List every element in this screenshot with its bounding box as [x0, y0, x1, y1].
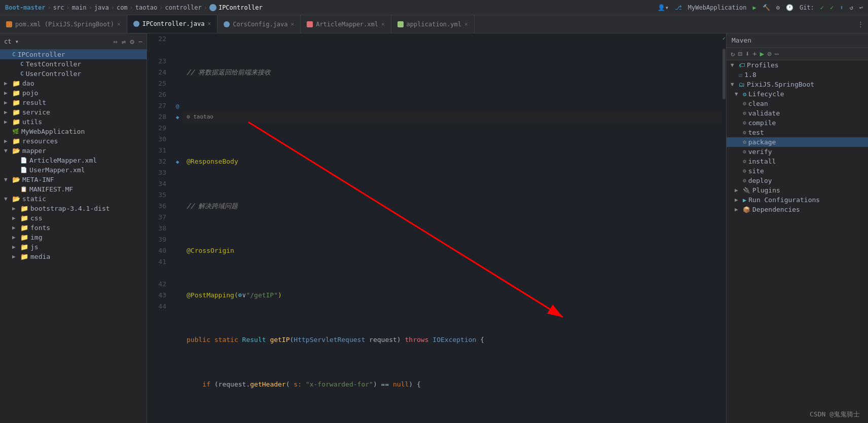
git-push[interactable]: ⬆: [840, 4, 843, 11]
tab-close-pom[interactable]: ✕: [117, 21, 121, 27]
code-content[interactable]: // 将数据返回给前端来接收 ⚙ taotao @ResponseBody //…: [183, 33, 722, 423]
maven-run-configs[interactable]: ▶ ▶ Run Configurations: [727, 195, 868, 205]
equalize2-icon[interactable]: ⇌: [122, 37, 126, 46]
tab-close-articlemapper[interactable]: ✕: [381, 21, 385, 27]
tree-item-resources[interactable]: ▶ 📁 resources: [0, 136, 147, 146]
manifest-icon: 📋: [20, 186, 27, 193]
user-icon[interactable]: 👤▾: [658, 4, 669, 11]
tree-item-testcontroller[interactable]: C TestController: [0, 59, 147, 69]
checkbox-checked-icon[interactable]: ☑: [739, 71, 742, 79]
tree-label: static: [22, 195, 46, 203]
tree-item-ipcontroller[interactable]: C IPController: [0, 50, 147, 59]
tree-item-media[interactable]: ▶ 📁 media: [0, 252, 147, 261]
vcs-icon[interactable]: ⎇: [675, 4, 682, 11]
tree-label: mapper: [22, 147, 46, 155]
app-name[interactable]: MyWebApplication: [688, 4, 747, 11]
tree-label: dao: [22, 80, 34, 87]
editor-scroll[interactable]: 22 - 23 24 25 26 27 28 29 30 31 32 33 34…: [147, 33, 726, 423]
tab-corsconfig[interactable]: CorsConfig.java ✕: [218, 15, 301, 33]
tree-item-mapper[interactable]: ▼ 📂 mapper: [0, 146, 147, 156]
tab-close-application[interactable]: ✕: [464, 21, 468, 27]
maven-pixijs[interactable]: ▼ 🗂 PixiJS.SpringBoot: [727, 80, 868, 89]
sidebar-toolbar: ct ▾ ⇔ ⇌ ⚙ −: [0, 33, 147, 50]
maven-add-icon[interactable]: +: [752, 50, 756, 58]
vertical-scrollbar[interactable]: ✓: [722, 33, 726, 423]
tree-item-usermapper-xml[interactable]: 📄 UserMapper.xml: [0, 165, 147, 175]
tree-item-result[interactable]: ▶ 📁 result: [0, 98, 147, 107]
equalize-icon[interactable]: ⇔: [113, 37, 117, 46]
title-bar-actions: 👤▾ ⎇ MyWebApplication ▶ 🔨 ⚙ 🕐 Git: ✓ ✓ ⬆…: [658, 4, 863, 11]
maven-profiles[interactable]: ▼ 🏷 Profiles: [727, 60, 868, 70]
chevron-right-icon: ▶: [4, 80, 10, 87]
maven-deploy[interactable]: ⚙ deploy: [727, 176, 868, 185]
tree-item-js[interactable]: ▶ 📁 js: [0, 242, 147, 252]
chevron-right-icon: ▶: [735, 206, 741, 213]
git-check[interactable]: ✓: [820, 4, 824, 11]
maven-verify[interactable]: ⚙ verify: [727, 147, 868, 157]
maven-skip-icon[interactable]: ⊘: [767, 50, 771, 58]
git-history[interactable]: ↺: [850, 4, 853, 11]
maven-run-icon[interactable]: ▶: [760, 50, 764, 58]
breadcrumb-controller: controller: [165, 4, 201, 11]
tab-pom[interactable]: pom.xml (PixiJS.SpringBoot) ✕: [0, 15, 127, 33]
scrollbar-thumb[interactable]: [722, 49, 726, 99]
maven-dependencies[interactable]: ▶ 📦 Dependencies: [727, 205, 868, 214]
run-button[interactable]: ▶: [752, 4, 756, 11]
tree-item-articlemapper-xml[interactable]: 📄 ArticleMapper.xml: [0, 156, 147, 165]
maven-refresh-icon[interactable]: ↻: [731, 50, 735, 58]
tab-close-ipcontroller[interactable]: ✕: [208, 20, 211, 27]
folder-open-icon: 📂: [12, 147, 20, 155]
tree-label: IPController: [18, 51, 65, 58]
git-check2[interactable]: ✓: [830, 4, 834, 11]
profile-icon[interactable]: ⚙: [776, 4, 780, 11]
tree-item-utils[interactable]: ▶ 📁 utils: [0, 117, 147, 127]
maven-plugins[interactable]: ▶ 🔌 Plugins: [727, 185, 868, 195]
chevron-right-icon: ▶: [4, 138, 10, 144]
build-icon[interactable]: 🔨: [763, 4, 770, 11]
tree-item-meta-inf[interactable]: ▼ 📂 META-INF: [0, 175, 147, 184]
tree-item-service[interactable]: ▶ 📁 service: [0, 107, 147, 117]
chevron-down-icon: ▼: [731, 81, 737, 88]
maven-package-label: package: [748, 138, 776, 146]
tree-item-css[interactable]: ▶ 📁 css: [0, 213, 147, 223]
tree-label: css: [30, 214, 42, 222]
maven-dependencies-label: Dependencies: [752, 206, 800, 213]
maven-collapse-icon[interactable]: ⊟: [738, 50, 742, 58]
undo-icon[interactable]: ↩: [859, 4, 863, 11]
chevron-right-icon: ▶: [12, 224, 18, 231]
tab-close-corsconfig[interactable]: ✕: [291, 21, 295, 27]
gear-icon: ⚙: [743, 120, 746, 126]
tree-item-pojo[interactable]: ▶ 📁 pojo: [0, 88, 147, 98]
maven-compile[interactable]: ⚙ compile: [727, 118, 868, 128]
folder-icon: 📁: [20, 253, 28, 260]
tab-more[interactable]: ⋮: [853, 15, 868, 33]
tab-ipcontroller[interactable]: IPController.java ✕: [127, 15, 218, 33]
maven-version-18[interactable]: ☑ 1.8: [727, 70, 868, 80]
code-editor[interactable]: 22 - 23 24 25 26 27 28 29 30 31 32 33 34…: [147, 33, 726, 423]
maven-package[interactable]: ⚙ package: [727, 137, 868, 147]
settings-icon[interactable]: ⚙: [130, 37, 134, 46]
maven-validate[interactable]: ⚙ validate: [727, 108, 868, 118]
tree-item-img[interactable]: ▶ 📁 img: [0, 233, 147, 242]
tree-item-dao[interactable]: ▶ 📁 dao: [0, 79, 147, 88]
maven-clean[interactable]: ⚙ clean: [727, 99, 868, 108]
tree-item-mywebapp[interactable]: 🌿 MyWebApplication: [0, 127, 147, 136]
tab-articlemapper[interactable]: ArticleMapper.xml ✕: [301, 15, 391, 33]
tree-item-manifest[interactable]: 📋 MANIFEST.MF: [0, 184, 147, 194]
maven-profiles-label: Profiles: [747, 61, 779, 69]
chevron-down-icon: ▼: [735, 91, 741, 97]
tab-application[interactable]: application.yml ✕: [391, 15, 475, 33]
maven-site[interactable]: ⚙ site: [727, 166, 868, 176]
collapse-icon[interactable]: −: [138, 37, 142, 46]
tree-item-bootstrap[interactable]: ▶ 📁 bootstrap-3.4.1-dist: [0, 204, 147, 213]
maven-install[interactable]: ⚙ install: [727, 157, 868, 166]
breadcrumb-main: main: [72, 4, 87, 11]
maven-more-icon[interactable]: ⋯: [775, 50, 779, 58]
tree-item-fonts[interactable]: ▶ 📁 fonts: [0, 223, 147, 233]
maven-test[interactable]: ⚙ test: [727, 128, 868, 137]
clock-icon[interactable]: 🕐: [786, 4, 793, 11]
maven-lifecycle[interactable]: ▼ ⚙ Lifecycle: [727, 89, 868, 99]
maven-download-icon[interactable]: ⬇: [745, 50, 749, 58]
tree-item-static[interactable]: ▼ 📂 static: [0, 194, 147, 204]
tree-item-usercontroller[interactable]: C UserController: [0, 69, 147, 79]
